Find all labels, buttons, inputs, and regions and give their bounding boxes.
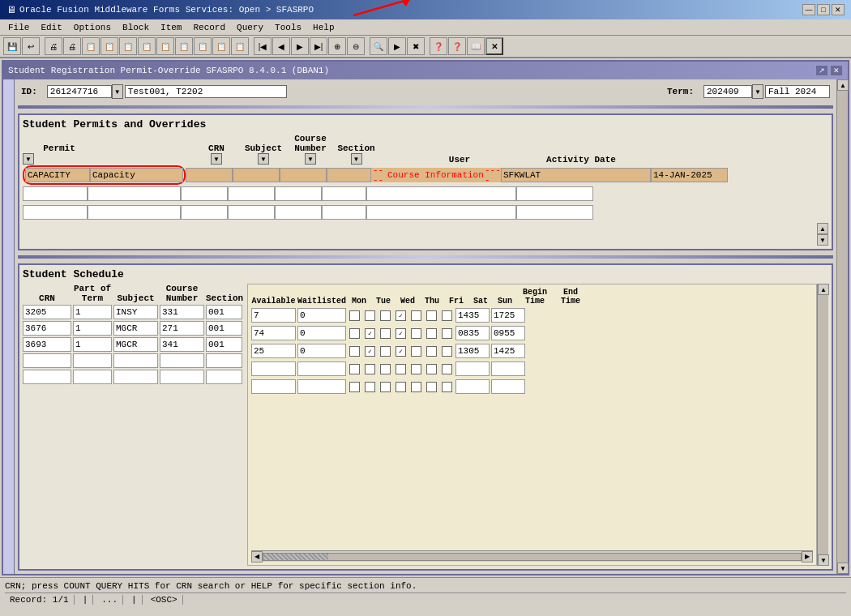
vscroll-up-btn[interactable]: ▲: [818, 284, 829, 295]
sched-pot-5[interactable]: [73, 370, 112, 384]
crn-cell-3[interactable]: [181, 205, 228, 220]
toolbar-clipboard4[interactable]: 📋: [138, 37, 156, 55]
id-input[interactable]: [47, 85, 112, 98]
actdate-cell-1[interactable]: 14-JAN-2025: [651, 168, 728, 182]
wed-cb-5[interactable]: [380, 382, 391, 392]
menu-edit[interactable]: Edit: [36, 22, 66, 33]
sched-coursenum-3[interactable]: 341: [160, 337, 204, 352]
fri-cb-1[interactable]: [411, 310, 421, 321]
coursenum-cell-1[interactable]: [280, 168, 327, 182]
menu-query[interactable]: Query: [232, 22, 268, 33]
toolbar-cancel-query[interactable]: ✖: [407, 37, 425, 55]
crn-dropdown-btn[interactable]: ▼: [211, 153, 222, 165]
menu-options[interactable]: Options: [69, 22, 116, 33]
sched-section-2[interactable]: 001: [206, 321, 242, 336]
thu-cb-1[interactable]: [396, 310, 406, 321]
endtime-5[interactable]: [491, 379, 525, 394]
toolbar-nav6[interactable]: ⊖: [347, 37, 365, 55]
section-dropdown-btn[interactable]: ▼: [351, 153, 362, 165]
mon-cb-3[interactable]: [349, 346, 360, 357]
section-cell-1[interactable]: [327, 168, 371, 182]
wed-cb-4[interactable]: [380, 364, 391, 374]
subj-cell-2[interactable]: [228, 186, 275, 201]
sun-cb-3[interactable]: [442, 346, 452, 357]
toolbar-nav4[interactable]: ▶|: [310, 37, 327, 55]
permit-cell-1[interactable]: CAPACITY: [25, 168, 90, 182]
begintime-5[interactable]: [455, 379, 490, 394]
id-name-input[interactable]: [125, 85, 287, 98]
avail-4[interactable]: [251, 361, 296, 376]
sched-coursenum-2[interactable]: 271: [160, 321, 204, 336]
wed-cb-1[interactable]: [380, 310, 391, 321]
sat-cb-5[interactable]: [426, 382, 437, 392]
toolbar-clipboard1[interactable]: 📋: [82, 37, 100, 55]
mon-cb-4[interactable]: [349, 364, 360, 374]
toolbar-help[interactable]: ❓: [430, 37, 447, 55]
menu-block[interactable]: Block: [118, 22, 154, 33]
hscroll-right-btn[interactable]: ▶: [802, 551, 813, 563]
toolbar-clipboard8[interactable]: 📋: [212, 37, 230, 55]
minimize-button[interactable]: —: [802, 4, 815, 15]
hscroll-bar[interactable]: ◀ ▶: [251, 550, 813, 562]
sat-cb-2[interactable]: [426, 328, 437, 339]
toolbar-clipboard3[interactable]: 📋: [119, 37, 137, 55]
sched-subj-2[interactable]: MGCR: [113, 321, 158, 336]
sched-pot-2[interactable]: 1: [73, 321, 112, 336]
endtime-3[interactable]: 1425: [491, 344, 525, 358]
sun-cb-4[interactable]: [442, 364, 452, 374]
close-button[interactable]: ✕: [832, 4, 845, 15]
toolbar-print2[interactable]: 🖨: [63, 37, 81, 55]
permit-desc-cell-1[interactable]: Capacity: [90, 168, 183, 182]
coursenum-cell-2[interactable]: [275, 186, 322, 201]
section-cell-2[interactable]: [322, 186, 366, 201]
vscroll-down-btn[interactable]: ▼: [818, 554, 829, 566]
endtime-2[interactable]: 0955: [491, 326, 525, 340]
sat-cb-1[interactable]: [426, 310, 437, 321]
sat-cb-4[interactable]: [426, 364, 437, 374]
sched-section-4[interactable]: [206, 353, 242, 368]
section-cell-3[interactable]: [322, 205, 366, 220]
permit-desc-cell-3[interactable]: [88, 205, 181, 220]
toolbar-clipboard5[interactable]: 📋: [156, 37, 174, 55]
sched-crn-5[interactable]: [23, 370, 71, 384]
permit-cell-3[interactable]: [23, 205, 88, 220]
toolbar-clipboard9[interactable]: 📋: [231, 37, 249, 55]
mon-cb-5[interactable]: [349, 382, 360, 392]
sched-coursenum-1[interactable]: 331: [160, 305, 204, 319]
toolbar-help2[interactable]: ❓: [448, 37, 466, 55]
permits-scroll-down[interactable]: ▼: [817, 234, 828, 246]
sched-pot-3[interactable]: 1: [73, 337, 112, 352]
inner-resize-button[interactable]: ↗: [815, 65, 828, 76]
toolbar-clipboard2[interactable]: 📋: [100, 37, 118, 55]
tue-cb-5[interactable]: [365, 382, 375, 392]
toolbar-enter-query[interactable]: 🔍: [370, 37, 387, 55]
wed-cb-2[interactable]: [380, 328, 391, 339]
sched-subj-5[interactable]: [113, 370, 158, 384]
menu-tools[interactable]: Tools: [270, 22, 306, 33]
toolbar-nav1[interactable]: |◀: [254, 37, 272, 55]
subj-cell-3[interactable]: [228, 205, 275, 220]
subject-dropdown-btn[interactable]: ▼: [258, 153, 269, 165]
hscroll-thumb[interactable]: [263, 554, 328, 560]
thu-cb-3[interactable]: [396, 346, 406, 357]
user-cell-3[interactable]: [366, 205, 516, 220]
actdate-cell-3[interactable]: [516, 205, 593, 220]
sched-pot-1[interactable]: 1: [73, 305, 112, 319]
sched-crn-1[interactable]: 3205: [23, 305, 71, 319]
hscroll-left-btn[interactable]: ◀: [251, 551, 263, 563]
waitlist-3[interactable]: 0: [297, 344, 346, 358]
toolbar-clipboard7[interactable]: 📋: [194, 37, 212, 55]
tue-cb-4[interactable]: [365, 364, 375, 374]
menu-record[interactable]: Record: [188, 22, 230, 33]
user-cell-2[interactable]: [366, 186, 516, 201]
sched-section-5[interactable]: [206, 370, 242, 384]
toolbar-nav5[interactable]: ⊕: [328, 37, 346, 55]
right-vscroll-down[interactable]: ▼: [837, 563, 849, 574]
term-name-input[interactable]: [765, 85, 830, 98]
begintime-1[interactable]: 1435: [455, 308, 490, 323]
waitlist-1[interactable]: 0: [297, 308, 346, 323]
sun-cb-1[interactable]: [442, 310, 452, 321]
mon-cb-1[interactable]: [349, 310, 360, 321]
maximize-button[interactable]: □: [817, 4, 830, 15]
begintime-3[interactable]: 1305: [455, 344, 490, 358]
